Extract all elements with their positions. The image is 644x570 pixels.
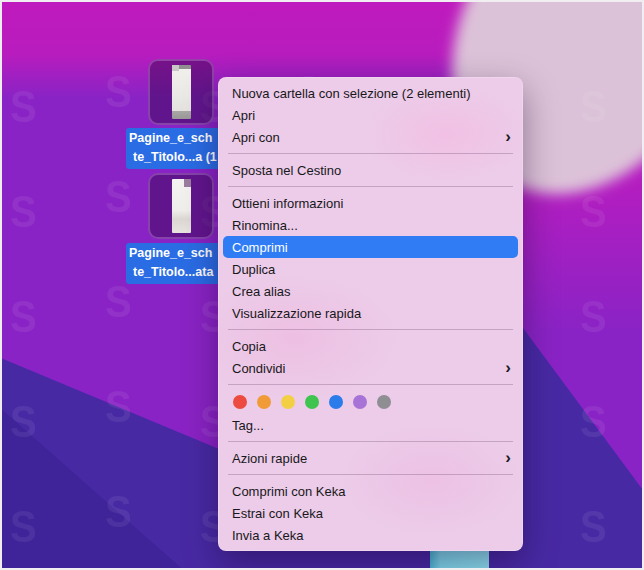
menu-item-estrai-con-keka[interactable]: Estrai con Keka [218,502,523,524]
menu-item-label: Apri [232,108,255,123]
menu-item-label: Sposta nel Cestino [232,163,341,178]
tag-color-dot-yellow[interactable] [281,395,295,409]
chevron-right-icon: › [505,127,511,144]
menu-item-crea-alias[interactable]: Crea alias [218,280,523,302]
tag-color-dot-red[interactable] [233,395,247,409]
menu-item-label: Duplica [232,262,275,277]
menu-item-label: Ottieni informazioni [232,196,343,211]
menu-item-ottieni-informazioni[interactable]: Ottieni informazioni [218,192,523,214]
menu-separator [228,329,513,330]
menu-item-rinomina[interactable]: Rinomina... [218,214,523,236]
menu-item-label: Invia a Keka [232,528,304,543]
tag-color-dot-green[interactable] [305,395,319,409]
menu-item-copia[interactable]: Copia [218,335,523,357]
document-thumbnail-icon [172,179,191,233]
menu-item-tag[interactable]: Tag... [218,414,523,436]
menu-item-label: Comprimi con Keka [232,484,345,499]
chevron-right-icon: › [505,358,511,375]
tag-color-dot-gray[interactable] [377,395,391,409]
menu-item-visualizzazione-rapida[interactable]: Visualizzazione rapida [218,302,523,324]
desktop-file-icon-1[interactable] [148,59,214,125]
menu-item-duplica[interactable]: Duplica [218,258,523,280]
menu-separator [228,153,513,154]
menu-item-apri[interactable]: Apri [218,104,523,126]
menu-item-label: Azioni rapide [232,451,307,466]
menu-item-label: Crea alias [232,284,291,299]
background-window-fragment[interactable] [430,548,489,568]
menu-item-label: Nuova cartella con selezione (2 elementi… [232,86,470,101]
menu-item-azioni-rapide[interactable]: Azioni rapide › [218,447,523,469]
menu-separator [228,474,513,475]
menu-item-label: Tag... [232,418,264,433]
menu-item-comprimi-con-keka[interactable]: Comprimi con Keka [218,480,523,502]
tag-color-dot-blue[interactable] [329,395,343,409]
menu-item-sposta-nel-cestino[interactable]: Sposta nel Cestino [218,159,523,181]
menu-item-nuova-cartella-con-selezione[interactable]: Nuova cartella con selezione (2 elementi… [218,82,523,104]
watermark-letter: S [10,190,37,234]
menu-item-apri-con[interactable]: Apri con › [218,126,523,148]
watermark-letter: S [105,175,132,219]
file-label-1[interactable]: Pagine_e_sch te_Titolo...a (1 [126,128,226,169]
menu-item-condividi[interactable]: Condividi › [218,357,523,379]
menu-item-label: Copia [232,339,266,354]
menu-separator [228,441,513,442]
tag-color-dot-orange[interactable] [257,395,271,409]
watermark-letter: S [10,295,37,339]
menu-separator [228,186,513,187]
tag-color-row [218,390,523,414]
desktop-file-icon-2[interactable] [148,173,214,239]
tag-color-dot-purple[interactable] [353,395,367,409]
file-name-line: te_Titolo...a (1 [129,148,226,167]
icon-selection-box [148,59,214,125]
menu-item-label: Apri con [232,130,280,145]
file-label-2[interactable]: Pagine_e_sch te_Titolo...ata [126,243,226,284]
desktop-screenshot: SSSSSSSSSSSSSSSSSSSSSSSSSSSSSSSSSSS Pagi… [0,0,644,570]
menu-item-invia-a-keka[interactable]: Invia a Keka [218,524,523,546]
desktop-wallpaper: SSSSSSSSSSSSSSSSSSSSSSSSSSSSSSSSSSS Pagi… [2,2,642,568]
menu-item-label: Rinomina... [232,218,298,233]
menu-item-label: Comprimi [232,240,288,255]
menu-item-comprimi[interactable]: Comprimi [223,236,518,258]
icon-selection-box [148,173,214,239]
file-name-line: te_Titolo...ata [129,263,226,282]
menu-item-label: Condividi [232,361,285,376]
context-menu: Nuova cartella con selezione (2 elementi… [218,77,523,551]
watermark-letter: S [105,280,132,324]
menu-item-label: Visualizzazione rapida [232,306,361,321]
document-thumbnail-icon [172,65,191,119]
file-name-line: Pagine_e_sch [129,244,226,263]
chevron-right-icon: › [505,448,511,465]
menu-separator [228,384,513,385]
file-name-line: Pagine_e_sch [129,129,226,148]
menu-item-label: Estrai con Keka [232,506,323,521]
